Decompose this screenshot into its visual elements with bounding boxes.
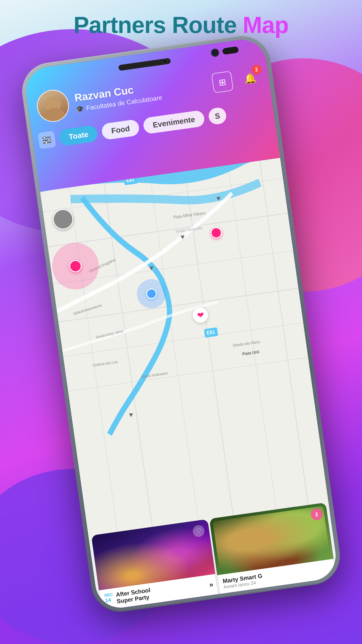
profile-right: ⊞ 🔔 2 <box>211 67 261 93</box>
notifications-button[interactable]: 🔔 2 <box>239 67 261 89</box>
sliders-icon <box>42 136 52 144</box>
speaker-grille <box>222 46 239 55</box>
graduation-icon: 🎓 <box>76 105 85 113</box>
svg-point-3 <box>43 136 46 139</box>
svg-point-4 <box>48 139 50 141</box>
title-part1: Partners Route <box>73 12 236 38</box>
svg-point-5 <box>45 141 48 144</box>
event-date: 14 <box>105 596 114 604</box>
front-camera-lens <box>210 48 220 57</box>
heart-outline-icon: ♡ <box>195 527 202 535</box>
profile-card-button[interactable]: ⊞ <box>211 71 234 93</box>
heart-icon: ❤ <box>196 310 204 321</box>
food-card[interactable]: 2 Marty Smart G Avram Iancu 24 <box>209 503 336 594</box>
event-card[interactable]: ♡ DEC 14 After School Super Party <box>91 519 218 611</box>
camera-dot <box>163 59 167 64</box>
avatar-image <box>36 89 70 123</box>
event-arrow[interactable]: » <box>209 580 214 589</box>
profile-card-icon: ⊞ <box>218 76 227 88</box>
filter-icon-button[interactable] <box>38 131 56 149</box>
title-part2: Map <box>243 12 289 38</box>
profile-info: Razvan Cuc 🎓 Facultatea de Calculatoare <box>74 80 163 113</box>
avatar[interactable] <box>35 88 71 124</box>
page-header: Partners Route Map <box>0 12 362 38</box>
filter-tab-s[interactable]: S <box>208 107 227 125</box>
